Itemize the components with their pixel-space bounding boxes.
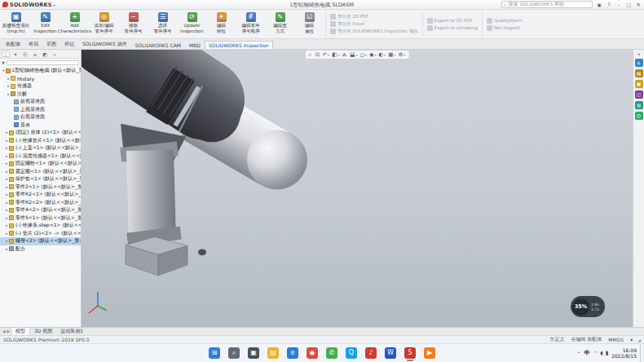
tree-row[interactable]: ▸ 配合 <box>0 245 81 254</box>
solidworks-icon[interactable]: S <box>403 344 417 362</box>
tree-row[interactable]: ▸ (-) 绝缘条.step<1> (默认<<默认 <box>0 222 81 230</box>
hide-show-items-icon[interactable]: ◉▾ <box>369 51 377 58</box>
tree-row[interactable]: ▸ 零件4<2> (默认<<默认>_显示状 <box>0 206 81 214</box>
display-style-icon[interactable]: ◻▾ <box>359 51 366 58</box>
user-account-icon[interactable]: ◉ <box>596 2 602 7</box>
featuremanager-tab[interactable]: ⟙ <box>2 51 10 57</box>
apply-scene-icon[interactable]: ▦▾ <box>388 51 395 58</box>
commandmanager-tab[interactable]: 装配体 <box>2 39 24 49</box>
ribbon-menu-item[interactable]: 导出至 2D PDF <box>330 14 418 20</box>
view-settings-icon[interactable]: ⚙▾ <box>398 51 405 58</box>
tree-row[interactable]: ▸ 零件R2<1> (默认<<默认>_显示状 <box>0 191 81 199</box>
ribbon-button[interactable]: − 移除 零件序号 <box>119 11 148 38</box>
commandmanager-tab[interactable]: SOLIDWORKS 插件 <box>78 39 131 49</box>
document-tab[interactable]: 3D 视图 <box>30 328 56 335</box>
close-icon[interactable]: ✕ <box>635 2 642 7</box>
panel-overflow-tab[interactable]: » <box>51 51 59 57</box>
hidden-icons-icon[interactable]: ⌃ <box>577 351 581 356</box>
model-hex-nut[interactable] <box>126 237 187 276</box>
word-icon[interactable]: W <box>383 344 398 362</box>
ribbon-menu-item[interactable]: Export to eDrawing <box>427 25 478 31</box>
ribbon-menu-item[interactable]: 导出至 SOLIDWORKS Inspection 项目 <box>330 29 418 34</box>
tree-row[interactable]: ▸ (-) 上盖<1> (默认<<默认>_显示 <box>0 144 81 152</box>
tree-row[interactable]: ▸ 固定螺栓<1> (默认<<默认>_显示 <box>0 160 81 168</box>
ribbon-button[interactable]: ◎ 添加/编辑 零件序号 <box>90 11 118 38</box>
zoom-area-icon[interactable]: ⊡ <box>315 51 320 58</box>
collapse-taskpane-icon[interactable]: ◂ <box>637 51 640 56</box>
tree-row[interactable]: ▸ 注解 <box>0 90 81 99</box>
file-explorer-icon[interactable]: ▣ <box>635 80 643 88</box>
tree-row[interactable]: 前视基准面 <box>0 98 81 106</box>
dynamic-annotation-icon[interactable]: ⟁ <box>342 51 347 58</box>
wechat-icon[interactable]: ✆ <box>324 344 339 362</box>
solidworks-menu[interactable]: SOLIDWORKS ▸ <box>2 2 55 8</box>
task-view-icon[interactable]: ▣ <box>246 344 261 362</box>
tree-row[interactable]: ▸ 螺母<2> (默认<<默认>_显示状态 <box>0 237 81 245</box>
custom-properties-icon[interactable]: ⛭ <box>635 112 643 120</box>
dimxpertmanager-tab[interactable]: ⌀ <box>31 51 39 57</box>
commandmanager-tab[interactable]: SOLIDWORKS Inspection <box>205 41 273 49</box>
ribbon-menu-item[interactable]: 导出至 Excel <box>330 21 418 27</box>
view-orientation-icon[interactable]: ⬓▾ <box>350 51 357 58</box>
menu-expand-icon[interactable]: ▸ <box>54 2 56 7</box>
solidworks-resources-icon[interactable]: ⌂ <box>635 59 643 67</box>
zoom-fit-icon[interactable]: ⌕ <box>309 51 313 58</box>
qq-icon[interactable]: Q <box>344 344 359 362</box>
propertymanager-tab[interactable]: ✦ <box>11 51 20 57</box>
volume-icon[interactable]: ◖ <box>600 350 602 356</box>
ribbon-button[interactable]: ✎ 编辑查 方式 <box>266 11 294 38</box>
tree-row[interactable]: ▸ 紧定圈<1> (默认<<默认>_显示状 <box>0 168 81 176</box>
tree-row[interactable]: 右视基准面 <box>0 113 81 121</box>
model-hole[interactable] <box>198 249 206 255</box>
ribbon-button[interactable]: ▣ 新建检查项目 (imp.fx) <box>2 11 30 38</box>
configurationmanager-tab[interactable]: ⎘ <box>21 51 29 57</box>
tree-row[interactable]: ▸ 零件5<1> (默认<<默认>_显示状 <box>0 214 81 223</box>
ribbon-button[interactable]: ✦ 编辑 特性 <box>207 11 236 38</box>
music-icon[interactable]: ♪ <box>364 344 378 362</box>
ribbon-button[interactable]: ☰ 选择 零件序号 <box>148 11 177 38</box>
commandmanager-tab[interactable]: SOLIDWORKS CAM <box>131 41 185 49</box>
ribbon-button[interactable]: ⟳ Update Inspection <box>178 11 206 38</box>
ribbon-button[interactable]: + Add Characteristics <box>60 11 89 38</box>
tree-row[interactable]: ▸ 零件2<1> (默认<<默认>_显示状态 <box>0 183 81 192</box>
tree-row[interactable]: ▸ 传感器 <box>0 82 81 90</box>
design-library-icon[interactable]: ▤ <box>635 69 643 77</box>
ribbon-button[interactable]: ☑ 编辑 属性 <box>295 11 324 38</box>
ribbon-menu-item[interactable]: Export to 2D PDF <box>427 18 478 24</box>
help-icon[interactable]: ? <box>606 2 612 7</box>
tree-row[interactable]: ▸ (-) 垫片 (2)<2> -> (默认<<默认 <box>0 230 81 238</box>
tree-row[interactable]: ▸ (固定) 座体 (2)<1> (默认<<默认>_显示状 <box>0 129 81 137</box>
tree-row[interactable]: ▸ History <box>0 75 81 83</box>
document-tab[interactable]: 运动算例1 <box>56 328 87 335</box>
edge-icon[interactable]: e <box>285 344 300 362</box>
displaymanager-tab[interactable]: ◩ <box>41 51 49 57</box>
ribbon-button[interactable]: # 编辑零件 序号顺序 <box>236 11 265 38</box>
filter-icon[interactable]: ▼ <box>2 60 5 65</box>
view-palette-icon[interactable]: ◫ <box>635 90 643 99</box>
document-tab[interactable]: 模型 <box>11 328 30 335</box>
tree-row[interactable]: ▸ (-) 绝缘垫片<1> (默认<<默认>_显 <box>0 137 81 145</box>
ribbon-menu-item[interactable]: Net-Inspect <box>487 25 523 31</box>
commandmanager-tab[interactable]: 布局 <box>24 39 42 49</box>
edit-appearance-icon[interactable]: ◐▾ <box>379 51 386 58</box>
show-desktop-strip[interactable] <box>640 344 642 362</box>
minimize-icon[interactable]: – <box>615 2 622 7</box>
clock[interactable]: 16:09 2022/8/15 <box>611 347 637 359</box>
ribbon-button[interactable]: ✎ Edit Inspection <box>31 11 60 38</box>
tree-row[interactable]: 上视基准面 <box>0 106 81 114</box>
model-vertical-cylinder[interactable] <box>148 144 152 241</box>
ribbon-menu-item[interactable]: QualityXpert <box>487 18 523 24</box>
ime-indicator[interactable]: 中 <box>584 349 590 357</box>
filter-input[interactable] <box>7 60 79 65</box>
start-icon[interactable]: ⊞ <box>207 344 222 362</box>
commandmanager-tab[interactable]: 评估 <box>60 39 78 49</box>
tree-row[interactable]: ▸ 保护套<1> (默认<<默认>_显示状 <box>0 175 81 183</box>
tree-row[interactable]: 原点 <box>0 121 81 130</box>
appearances-icon[interactable]: ◍ <box>635 101 643 109</box>
commandmanager-tab[interactable]: MBD <box>185 41 205 49</box>
chrome-icon[interactable]: ◉ <box>305 344 320 362</box>
graphics-area[interactable]: ⌕ ⊡ ↶▾ ◧▾ ⟁ <box>82 50 633 327</box>
previous-view-icon[interactable]: ↶▾ <box>323 51 329 58</box>
network-icon[interactable]: ◠ <box>593 350 598 356</box>
search-icon[interactable]: ⌕ <box>227 344 241 362</box>
